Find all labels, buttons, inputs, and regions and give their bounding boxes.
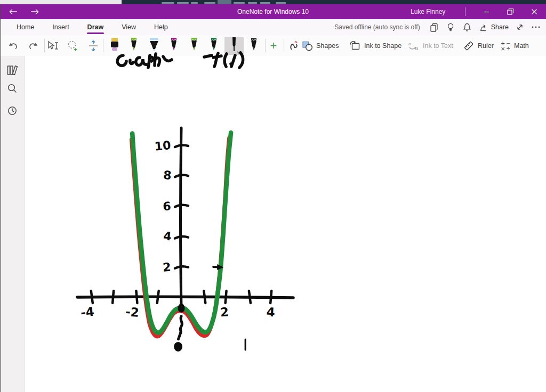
ribbon-tabs: HomeInsertDrawViewHelp Saved offline (au… [0,19,546,35]
redo-icon [28,41,38,51]
notebooks-button[interactable] [0,60,25,80]
svg-text:×: × [501,46,505,51]
ruler-label: Ruler [478,42,494,50]
math-icon: +−×÷ [500,40,511,51]
restore-button[interactable] [499,4,522,19]
x-tick [136,291,137,303]
redo-button[interactable] [25,37,42,54]
undo-icon [8,41,19,51]
more-options-button[interactable] [531,24,541,30]
ink-to-shape-button[interactable]: Ink to Shape [349,37,402,54]
ideas-button[interactable] [446,22,455,32]
pen-gray-icon [246,37,261,54]
undo-button[interactable] [5,37,22,54]
ink-to-text-button[interactable]: aa Ink to Text [408,37,453,54]
ink-to-text-label: Ink to Text [423,42,453,50]
search-button[interactable] [0,78,25,99]
svg-text:a: a [408,42,411,46]
shapes-button[interactable]: Shapes [302,37,339,54]
titlebar: OneNote for Windows 10 Luke Finney [0,4,546,19]
sync-status: Saved offline (auto sync is off) [334,23,420,31]
minimize-button[interactable] [475,4,498,19]
lasso-select-button[interactable] [65,37,81,54]
pen-dark-green-button[interactable] [204,37,223,55]
pen-black-button[interactable] [224,37,244,55]
tab-help[interactable]: Help [145,19,177,35]
y-tick-label: 6 [163,199,172,213]
background-tab [248,2,257,4]
y-axis [181,128,182,308]
background-tab [191,2,198,4]
background-window-strip [0,0,546,4]
close-icon [530,7,539,16]
plus-icon: + [270,40,277,52]
notebooks-icon [6,65,18,76]
ruler-button[interactable]: Ruler [463,37,494,54]
lasso-select-icon [67,40,79,52]
insert-space-icon [87,40,99,52]
ink-graph[interactable]: -4-224246810 [75,123,304,360]
background-tab [177,2,189,4]
navigation-rail [0,56,25,392]
bell-icon [462,22,472,32]
shapes-icon [302,40,313,51]
pen-magenta-button[interactable] [164,37,183,55]
tab-insert[interactable]: Insert [43,19,78,35]
pen-black-icon [227,37,242,54]
ellipsis-icon [531,24,541,30]
ink-to-shape-label: Ink to Shape [364,42,402,50]
insert-space-button[interactable] [85,37,101,54]
tab-label: View [122,23,136,31]
eraser-button[interactable] [105,37,124,55]
shapes-label: Shapes [316,42,339,50]
x-axis [77,297,293,298]
background-tab [260,2,270,4]
select-objects-button[interactable] [45,37,61,54]
tab-label: Draw [87,23,104,31]
add-pen-button[interactable]: + [266,37,282,54]
x-tick [249,291,251,303]
background-tab [162,2,174,4]
pen-gray-button[interactable] [244,37,263,55]
menu-right-cluster: Saved offline (auto sync is off) Share [334,19,541,35]
tab-view[interactable]: View [113,19,145,35]
window-edge [0,4,1,392]
highlighter-blue-icon [147,37,162,54]
lightbulb-icon [446,22,455,32]
ink-replay-button[interactable] [286,37,302,54]
page-list-button[interactable] [429,22,439,32]
onenote-window: { "colors": {"titlebar": "#8a1a9e", "acc… [0,0,546,392]
pen-green-button[interactable] [184,37,204,55]
ink-to-shape-icon [349,40,361,51]
tab-label: Home [17,23,34,31]
y-tick-label: 10 [154,138,172,153]
ruler-icon [463,40,475,52]
x-tick [226,291,227,303]
pen-green-icon [187,37,202,54]
account-name[interactable]: Luke Finney [411,4,445,19]
recent-notes-button[interactable] [0,101,25,121]
select-cursor-icon [47,40,59,51]
notifications-button[interactable] [462,22,472,32]
x-tick-label: 2 [220,305,229,319]
close-button[interactable] [523,4,546,19]
page-copy-icon [429,22,439,32]
svg-text:a: a [415,45,419,51]
minimize-icon [482,7,491,16]
share-button[interactable]: Share [479,22,509,32]
fullscreen-button[interactable] [516,23,524,31]
y-tick-label: 8 [163,168,172,182]
ink-replay-icon [288,40,299,52]
window-title: OneNote for Windows 10 [0,4,546,19]
tab-draw[interactable]: Draw [78,19,113,35]
highlighter-blue-button[interactable] [144,37,164,55]
pencil-green-button[interactable] [124,37,143,55]
tab-home[interactable]: Home [7,19,43,35]
y-tick-label: 2 [162,260,171,274]
search-icon [7,83,18,94]
x-tick [91,291,93,303]
x-tick [204,291,205,303]
draw-ribbon: + Shapes Ink to Shape aa Ink to Text Rul… [0,35,546,56]
math-button[interactable]: +−×÷ Math [500,37,529,54]
ink-dot [174,342,182,352]
